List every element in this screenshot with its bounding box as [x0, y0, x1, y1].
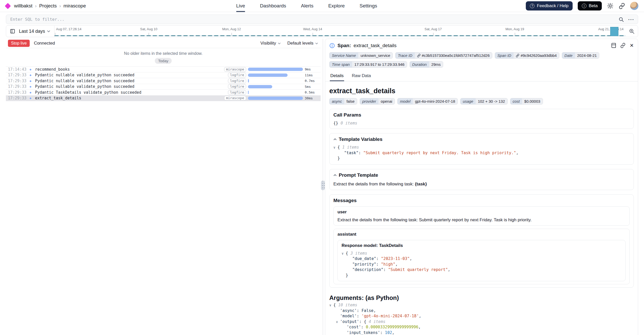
nav-item-alerts[interactable]: Alerts [301, 0, 313, 12]
breadcrumb-projects[interactable]: Projects [39, 3, 57, 9]
log-row[interactable]: 17:29:33◆extract_task_detailsmirascope30… [6, 96, 321, 101]
attribute-badge[interactable]: usage102 + 30 -> 132 [460, 98, 508, 104]
attribute-badge[interactable]: Duration29ms [410, 61, 443, 68]
timeline-bar: Last 14 days Aug 07, 17:26:14Sat, Aug 10… [6, 25, 638, 37]
code-token: : { [359, 319, 369, 324]
expand-caret-icon[interactable]: ∨ [342, 251, 346, 256]
timeline-selection[interactable] [610, 27, 618, 36]
log-message: extract_task_details [35, 96, 222, 100]
scope-tag: logfire [228, 90, 246, 95]
today-divider-badge[interactable]: Today [155, 58, 172, 64]
code-token: 4 items [369, 319, 385, 324]
attribute-badge[interactable]: asyncfalse [329, 98, 357, 104]
share-link-icon[interactable] [619, 3, 625, 9]
response-model-heading: Response model: TaskDetails [342, 243, 621, 248]
timeline-zoom-icon[interactable] [626, 26, 638, 37]
link-icon [417, 54, 421, 57]
expand-caret-icon[interactable]: ∨ [336, 319, 340, 325]
nav-item-explore[interactable]: Explore [328, 0, 345, 12]
code-token: False [362, 308, 374, 313]
chevron-down-icon [315, 43, 318, 44]
default-levels-dropdown[interactable]: Default levels [287, 41, 318, 46]
connection-status: Connected [34, 41, 55, 46]
sql-filter-input[interactable] [10, 17, 614, 22]
stop-live-button[interactable]: Stop live [8, 40, 30, 47]
attribute-badge[interactable]: Service Nameunknown_service [329, 52, 393, 59]
badge-label: cost [510, 98, 522, 104]
beta-button[interactable]: i Beta [578, 1, 602, 11]
duration-bar [248, 74, 288, 77]
feedback-help-button[interactable]: ? Feedback / Help [526, 1, 573, 11]
theme-toggle-icon[interactable] [607, 3, 614, 9]
timeline-tick-mark [313, 33, 313, 36]
filter-menu-icon[interactable]: ··· [628, 18, 634, 21]
log-row[interactable]: 17:14:43◆recommend_booksmirascope9ms [6, 67, 321, 72]
prompt-template-heading: Prompt Template [339, 172, 378, 178]
attribute-badge[interactable]: provideropenai [360, 98, 395, 104]
badge-value: 17:29:33.917 to 17:29:33.946 [352, 61, 407, 67]
call-params-heading: Call Params [333, 112, 630, 118]
tab-raw-data[interactable]: Raw Data [351, 72, 372, 81]
visibility-dropdown[interactable]: Visibility [260, 41, 281, 46]
code-token: 'input_tokens' [347, 330, 380, 335]
panel-layout-icon[interactable] [611, 43, 616, 48]
duration-bar [248, 91, 249, 94]
span-diamond-icon: ◆ [28, 91, 33, 94]
sidebar-toggle-icon[interactable] [10, 28, 15, 34]
code-token: "2023-11-03" [381, 256, 410, 261]
log-rows: 17:14:43◆recommend_booksmirascope9ms17:2… [6, 66, 321, 101]
expand-caret-icon[interactable]: ∨ [329, 302, 333, 308]
badge-value-text: gpt-4o-mini-2024-07-18 [415, 99, 455, 103]
scope-tag: mirascope [224, 96, 246, 100]
nav-item-dashboards[interactable]: Dashboards [260, 0, 286, 12]
log-row[interactable]: 17:29:33◆Pydantic TaskDetails validate_p… [6, 90, 321, 96]
timeline-tick-label: Sat, Aug 10 [140, 27, 157, 31]
attribute-badge[interactable]: modelgpt-4o-mini-2024-07-18 [397, 98, 458, 104]
attribute-badge[interactable]: cost$0.00003 [510, 98, 543, 104]
time-range-dropdown[interactable]: Last 14 days [19, 29, 50, 34]
badge-label: Trace ID [396, 53, 414, 58]
breadcrumb-project[interactable]: mirascope [63, 3, 86, 9]
log-timestamp: 17:29:33 [8, 84, 26, 89]
breadcrumb-org[interactable]: willbakst [14, 3, 32, 9]
badge-value: $0.00003 [522, 98, 543, 104]
badge-label: Date [562, 53, 575, 58]
log-row[interactable]: 17:29:33◆Pydantic nullable validate_pyth… [6, 84, 321, 90]
log-row[interactable]: 17:29:33◆Pydantic nullable validate_pyth… [6, 72, 321, 78]
timeline-tick-mark [149, 33, 149, 36]
badge-value-text: 17:29:33.917 to 17:29:33.946 [354, 62, 405, 67]
badge-value-text: false [346, 99, 355, 103]
attribute-badge[interactable]: Time span17:29:33.917 to 17:29:33.946 [329, 61, 407, 68]
tab-details[interactable]: Details [330, 72, 344, 81]
badge-value-text: 102 + 30 -> 132 [478, 99, 505, 103]
attribute-badge[interactable]: Span ID#9c942620aa93dbb4 [495, 52, 559, 59]
badge-value-text: 2024-08-21 [577, 53, 597, 58]
beta-label: Beta [589, 3, 598, 8]
badge-label: usage [461, 98, 476, 104]
duration-label: 0.7ms [305, 79, 319, 83]
panel-resize-handle[interactable] [321, 181, 325, 190]
code-token: "description" [352, 267, 383, 272]
response-model-card: Response model: TaskDetails ∨{ 3 items"d… [337, 240, 626, 281]
expand-caret-icon[interactable]: ∨ [333, 145, 337, 150]
collapse-icon[interactable] [333, 174, 337, 176]
attribute-badge[interactable]: Date2024-08-21 [562, 52, 599, 59]
nav-item-settings[interactable]: Settings [359, 0, 377, 12]
duration-label: 5ms [305, 85, 319, 89]
prompt-template-variable: {task} [415, 182, 427, 186]
chevron-down-icon [278, 43, 281, 44]
close-icon[interactable]: ✕ [630, 43, 634, 48]
logfire-logo-icon[interactable] [5, 3, 11, 9]
copy-link-icon[interactable] [620, 43, 626, 48]
collapse-icon[interactable] [333, 138, 337, 140]
code-token: 'gpt-4o-mini-2024-07-18' [362, 314, 419, 318]
duration-bar-track [248, 74, 303, 77]
badge-label: Time span [330, 61, 352, 67]
attribute-badge[interactable]: Trace ID#c3b5157330ea5c1fd4572747af512d2… [395, 52, 492, 59]
timeline-axis[interactable]: Aug 07, 17:26:14Sat, Aug 10Mon, Aug 12We… [54, 26, 626, 37]
nav-item-live[interactable]: Live [236, 0, 245, 12]
log-row[interactable]: 17:29:33◆Pydantic nullable validate_pyth… [6, 78, 321, 84]
code-token: 102 [385, 330, 392, 335]
search-icon[interactable] [618, 17, 624, 22]
user-avatar[interactable] [630, 2, 638, 10]
